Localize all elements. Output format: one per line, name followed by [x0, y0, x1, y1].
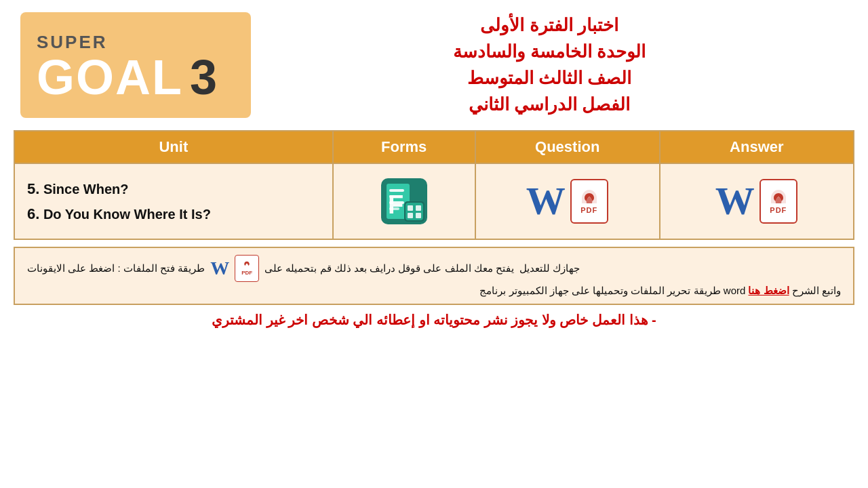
word-icon-question[interactable]: W: [527, 181, 565, 222]
pdf-label-answer: PDF: [770, 206, 787, 214]
unit-num-2: 6.: [27, 205, 39, 222]
inline-acrobat-svg: [241, 259, 252, 268]
th-unit: Unit: [15, 131, 334, 163]
logo-goal-text: GOAL: [37, 53, 183, 102]
svg-rect-10: [416, 205, 421, 211]
copyright-text: - هذا العمل خاص ولا يجوز نشر محتوياته او…: [212, 312, 656, 327]
content-table: Unit Forms Question Answer 5. Since When…: [14, 130, 854, 240]
logo-area: SUPER GOAL 3: [20, 12, 251, 118]
instr2-end: واتبع الشرح: [789, 285, 841, 296]
pdf-label-question: PDF: [580, 206, 597, 214]
acrobat-svg-answer: [769, 188, 788, 206]
forms-icon[interactable]: F: [380, 177, 429, 226]
instruction-line-2: واتبع الشرح اضغط هنا word طريقة تحرير ال…: [27, 285, 841, 297]
title-area: اختبار الفترة الأولى الوحدة الخامسة والس…: [251, 12, 848, 118]
svg-text:F: F: [388, 190, 403, 219]
svg-rect-11: [408, 213, 413, 218]
logo-goal-num: 3: [190, 53, 217, 102]
instr-end: جهازك للتعديل: [519, 260, 580, 277]
word-letter-question: W: [526, 182, 566, 221]
table-row: 5. Since When? 6. Do You Know Where It I…: [15, 163, 853, 239]
table-header-row: Unit Forms Question Answer: [15, 131, 853, 163]
td-answer: W PDF: [660, 164, 853, 239]
svg-rect-12: [416, 213, 421, 218]
unit-line-1: 5. Since When?: [27, 176, 129, 201]
unit-text-1: Since When?: [43, 182, 129, 197]
th-answer: Answer: [660, 131, 853, 163]
pdf-icon-answer[interactable]: PDF: [760, 179, 797, 224]
th-question: Question: [476, 131, 660, 163]
inline-pdf-icon[interactable]: PDF: [235, 255, 259, 282]
page-container: SUPER GOAL 3 اختبار الفترة الأولى الوحدة…: [0, 0, 868, 488]
word-icon-answer[interactable]: W: [716, 181, 754, 222]
instructions-section: جهازك للتعديل يفتح معك الملف على قوقل در…: [14, 247, 854, 305]
svg-rect-9: [408, 205, 413, 211]
copyright-section: - هذا العمل خاص ولا يجوز نشر محتوياته او…: [14, 312, 854, 328]
word-letter-answer: W: [715, 182, 755, 221]
instr2-start: طريقة تحرير الملفات وتحميلها على جهاز ال…: [479, 285, 720, 296]
instr-start: طريقة فتح الملفات : اضغط على الايقونات: [27, 260, 205, 277]
pdf-icon-question[interactable]: PDF: [570, 179, 608, 224]
acrobat-svg-question: [580, 188, 599, 206]
unit-line-2: 6. Do You Know Where It Is?: [27, 201, 211, 226]
instruction-line-1: جهازك للتعديل يفتح معك الملف على قوقل در…: [27, 255, 841, 282]
logo-super: SUPER: [37, 32, 108, 53]
title-line-2: الوحدة الخامسة والسادسة: [453, 39, 646, 65]
instr2-link[interactable]: اضغط هنا: [748, 285, 789, 296]
td-forms[interactable]: F: [334, 164, 476, 239]
td-question: W PDF: [476, 164, 660, 239]
unit-num-1: 5.: [27, 180, 39, 197]
instr-middle: يفتح معك الملف على قوقل درايف بعد ذلك قم…: [264, 260, 514, 277]
inline-pdf-text: PDF: [241, 268, 252, 278]
instr2-word: word: [721, 285, 746, 296]
td-unit: 5. Since When? 6. Do You Know Where It I…: [15, 164, 334, 239]
inline-word-icon[interactable]: W: [210, 259, 229, 278]
title-line-4: الفصل الدراسي الثاني: [469, 92, 630, 118]
title-line-1: اختبار الفترة الأولى: [480, 12, 618, 39]
title-line-3: الصف الثالث المتوسط: [467, 65, 631, 92]
header: SUPER GOAL 3 اختبار الفترة الأولى الوحدة…: [0, 0, 868, 125]
unit-text-2: Do You Know Where It Is?: [43, 207, 211, 222]
th-forms: Forms: [334, 131, 476, 163]
logo-goal: GOAL 3: [37, 53, 217, 102]
